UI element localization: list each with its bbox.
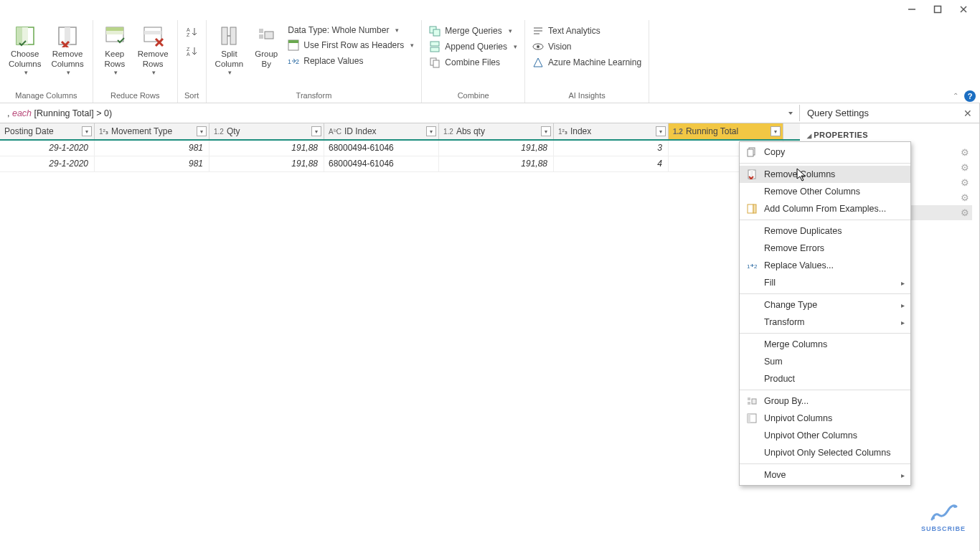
filter-button[interactable]: [426, 126, 436, 136]
column-header-posting-date[interactable]: Posting Date: [0, 123, 95, 139]
menu-unpivot-columns[interactable]: Unpivot Columns: [740, 410, 910, 427]
menu-move[interactable]: Move: [740, 466, 910, 484]
svg-marker-42: [534, 58, 542, 67]
menu-sum[interactable]: Sum: [740, 353, 910, 370]
formula-prefix: ,: [7, 108, 12, 118]
type-int-icon: 1²₃: [558, 128, 567, 136]
cell: 191,88: [439, 156, 554, 171]
filter-button[interactable]: [311, 126, 321, 136]
menu-remove-other-columns[interactable]: Remove Other Columns: [740, 183, 910, 200]
formula-bar[interactable]: , each [Running Total] > 0): [0, 105, 800, 121]
menu-change-type[interactable]: Change Type: [740, 296, 910, 314]
ribbon-group-reduce-rows: Keep Rows Remove Rows Reduce Rows: [93, 20, 178, 103]
svg-rect-55: [752, 399, 756, 404]
use-first-row-button[interactable]: Use First Row as Headers: [285, 39, 417, 52]
azure-ml-button[interactable]: Azure Machine Learning: [529, 56, 644, 69]
properties-section-header[interactable]: PROPERTIES: [807, 128, 972, 142]
filter-button[interactable]: [771, 126, 781, 136]
formula-expand-button[interactable]: [786, 109, 795, 120]
menu-group-by[interactable]: Group By...: [740, 392, 910, 410]
close-button[interactable]: [958, 4, 969, 14]
column-header-id-index[interactable]: AᵇC ID Index: [324, 123, 439, 139]
column-header-index[interactable]: 1²₃ Index: [554, 123, 669, 139]
group-by-icon: [745, 395, 758, 407]
svg-point-58: [932, 517, 935, 519]
remove-columns-button[interactable]: Remove Columns: [47, 23, 88, 77]
minimize-button[interactable]: [907, 4, 917, 14]
table-row[interactable]: 29-1-2020 981 191,88 68000494-61046 191,…: [0, 156, 800, 172]
filter-button[interactable]: [197, 126, 207, 136]
svg-text:2: 2: [296, 58, 299, 65]
column-context-menu: Copy Remove Columns Remove Other Columns…: [739, 141, 911, 486]
sort-asc-button[interactable]: AZ: [185, 26, 198, 41]
column-header-running-total[interactable]: 1.2 Running Total: [669, 123, 783, 139]
group-by-label: Group By: [255, 49, 278, 69]
replace-values-button[interactable]: 12 Replace Values: [285, 55, 417, 67]
table-body: 29-1-2020 981 191,88 68000494-61046 191,…: [0, 141, 800, 172]
gear-icon[interactable]: ⚙: [961, 162, 969, 173]
help-button[interactable]: ?: [964, 90, 976, 102]
gear-icon[interactable]: ⚙: [961, 147, 969, 158]
menu-remove-duplicates[interactable]: Remove Duplicates: [740, 222, 910, 240]
vision-button[interactable]: Vision: [529, 40, 644, 53]
menu-replace-values[interactable]: 12 Replace Values...: [740, 257, 910, 274]
cell: 4: [554, 156, 669, 171]
column-header-qty[interactable]: 1.2 Qty: [209, 123, 324, 139]
menu-add-column-from-examples[interactable]: Add Column From Examples...: [740, 200, 910, 217]
menu-merge-columns[interactable]: Merge Columns: [740, 336, 910, 353]
gear-icon[interactable]: ⚙: [961, 207, 969, 218]
append-queries-button[interactable]: Append Queries: [426, 40, 520, 53]
maximize-button[interactable]: [933, 4, 943, 14]
svg-rect-36: [433, 60, 439, 67]
ribbon-group-label: Reduce Rows: [98, 89, 173, 103]
combine-files-button[interactable]: Combine Files: [426, 56, 520, 69]
table-row[interactable]: 29-1-2020 981 191,88 68000494-61046 191,…: [0, 141, 800, 156]
svg-rect-25: [259, 34, 263, 39]
menu-fill[interactable]: Fill: [740, 274, 910, 291]
svg-rect-50: [753, 204, 756, 213]
choose-columns-button[interactable]: Choose Columns: [4, 23, 45, 77]
svg-rect-1: [935, 6, 941, 13]
cell: 3: [554, 141, 669, 156]
replace-icon: 12: [288, 55, 299, 67]
svg-rect-5: [17, 27, 22, 44]
filter-button[interactable]: [541, 126, 551, 136]
menu-remove-columns[interactable]: Remove Columns: [740, 166, 910, 183]
menu-transform[interactable]: Transform: [740, 314, 910, 331]
svg-rect-49: [748, 204, 753, 213]
gear-icon[interactable]: ⚙: [961, 192, 969, 203]
svg-rect-24: [259, 29, 263, 33]
query-settings-title: Query Settings: [807, 108, 869, 118]
column-header-abs-qty[interactable]: 1.2 Abs qty: [439, 123, 554, 139]
filter-button[interactable]: [656, 126, 666, 136]
menu-product[interactable]: Product: [740, 370, 910, 387]
gear-icon[interactable]: ⚙: [961, 177, 969, 188]
group-by-button[interactable]: Group By: [249, 23, 283, 70]
vision-icon: [532, 41, 544, 52]
cell: 68000494-61046: [324, 141, 439, 156]
svg-text:1: 1: [747, 263, 750, 270]
sort-desc-button[interactable]: ZA: [185, 45, 198, 60]
svg-text:A: A: [187, 27, 190, 32]
svg-point-41: [537, 45, 540, 48]
menu-unpivot-only-selected[interactable]: Unpivot Only Selected Columns: [740, 444, 910, 461]
svg-rect-33: [430, 42, 439, 46]
text-analytics-button[interactable]: Text Analytics: [529, 24, 644, 37]
split-column-button[interactable]: Split Column: [211, 23, 248, 77]
merge-queries-button[interactable]: Merge Queries: [426, 24, 520, 37]
close-query-settings-button[interactable]: ✕: [963, 108, 972, 119]
data-type-button[interactable]: Data Type: Whole Number: [285, 24, 417, 36]
svg-rect-12: [106, 27, 123, 31]
filter-button[interactable]: [82, 126, 92, 136]
collapse-ribbon-button[interactable]: ⌃: [953, 92, 958, 100]
combine-files-icon: [429, 57, 440, 68]
ribbon-group-label: AI Insights: [529, 89, 644, 103]
menu-remove-errors[interactable]: Remove Errors: [740, 240, 910, 257]
menu-copy[interactable]: Copy: [740, 143, 910, 161]
column-header-movement-type[interactable]: 1²₃ Movement Type: [95, 123, 209, 139]
menu-unpivot-other-columns[interactable]: Unpivot Other Columns: [740, 427, 910, 444]
remove-rows-button[interactable]: Remove Rows: [133, 23, 173, 77]
keep-rows-button[interactable]: Keep Rows: [98, 23, 132, 77]
cell: 29-1-2020: [0, 141, 95, 156]
ribbon-group-manage-columns: Choose Columns Remove Columns Manage Col…: [0, 20, 93, 103]
